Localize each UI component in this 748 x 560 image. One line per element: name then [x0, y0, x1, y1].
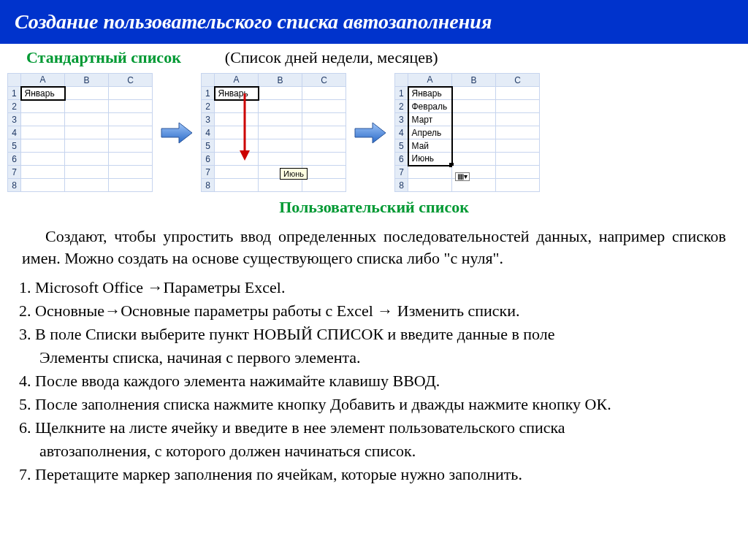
excel-grid-2: A B C 1Январь 2 3 4 5 6 7 8: [201, 73, 346, 192]
col-header: A: [215, 74, 259, 87]
row-header: 6: [395, 153, 408, 166]
row-header: 2: [395, 100, 408, 113]
step-3b: Элементы списка, начиная с первого элеме…: [18, 346, 726, 369]
standard-list-desc: (Список дней недели, месяцев): [225, 48, 438, 67]
excel-grid-1: A B C 1Январь 2 3 4 5 6 7 8: [7, 73, 153, 192]
slide-title: Создание пользовательского списка автоза…: [0, 0, 748, 44]
row-header: 3: [8, 113, 21, 126]
grids-illustration: A B C 1Январь 2 3 4 5 6 7 8 A B C 1Январ…: [0, 73, 748, 192]
col-header: A: [21, 74, 65, 87]
row-header: 5: [8, 139, 21, 153]
row-header: 7: [202, 166, 215, 179]
row-header: 5: [395, 139, 408, 153]
steps-list: 1. Microsoft Office →Параметры Excel. 2.…: [0, 273, 748, 491]
row-header: 7: [8, 166, 21, 179]
cell-A1: Январь: [21, 87, 65, 100]
autofill-tooltip: Июнь: [280, 168, 308, 180]
step-7: 7. Перетащите маркер заполнения по ячейк…: [18, 463, 726, 486]
row-header: 4: [202, 126, 215, 139]
step-4: 4. После ввода каждого элемента нажимайт…: [18, 369, 726, 393]
subtitle-row: Стандартный список (Список дней недели, …: [0, 44, 748, 73]
excel-grid-3: A B C 1Январь 2Февраль 3Март 4Апрель 5Ма…: [394, 73, 540, 192]
step-6a: 6. Щелкните на листе ячейку и введите в …: [18, 416, 726, 440]
cell-text: Июнь: [412, 153, 435, 164]
row-header: 6: [202, 153, 215, 166]
row-header: 8: [395, 179, 408, 192]
cell: Февраль: [408, 100, 452, 113]
col-header: B: [65, 74, 109, 87]
row-header: 3: [202, 113, 215, 126]
col-header: B: [452, 74, 496, 87]
arrow-right-icon: [160, 121, 194, 145]
autofill-options-icon: ▦▾: [455, 172, 470, 181]
row-header: 1: [8, 87, 21, 100]
col-header: B: [259, 74, 302, 87]
row-header: 4: [8, 126, 21, 139]
col-header: C: [496, 74, 540, 87]
row-header: 4: [395, 126, 408, 139]
standard-list-label: Стандартный список: [26, 48, 181, 67]
cell-A1: Январь: [215, 87, 259, 100]
row-header: 5: [202, 139, 215, 153]
step-1: 1. Microsoft Office →Параметры Excel.: [18, 276, 726, 299]
cell: Март: [408, 113, 452, 126]
col-header: C: [109, 74, 153, 87]
step-2: 2. Основные→Основные параметры работы с …: [18, 299, 726, 323]
svg-marker-0: [161, 123, 192, 143]
row-header: 2: [202, 100, 215, 113]
col-header: C: [302, 74, 346, 87]
row-header: 6: [8, 153, 21, 166]
cell: Июнь: [408, 153, 452, 166]
arrow-right-icon: [354, 121, 387, 145]
row-header: 7: [395, 166, 408, 179]
excel-grid-3-wrap: A B C 1Январь 2Февраль 3Март 4Апрель 5Ма…: [394, 73, 540, 192]
col-header: A: [408, 74, 452, 87]
row-header: 3: [395, 113, 408, 126]
step-3a: 3. В поле Списки выберите пункт НОВЫЙ СП…: [18, 323, 726, 346]
row-header: 1: [202, 87, 215, 100]
body-paragraph: Создают, чтобы упростить ввод определенн…: [0, 218, 748, 273]
row-header: 8: [202, 179, 215, 192]
cell: Апрель: [408, 126, 452, 139]
row-header: 1: [395, 87, 408, 100]
step-6b: автозаполнения, с которого должен начина…: [18, 440, 726, 463]
custom-list-heading: Пользовательский список: [0, 192, 748, 218]
row-header: 8: [8, 179, 21, 192]
cell: Январь: [408, 87, 452, 100]
row-header: 2: [8, 100, 21, 113]
step-5: 5. После заполнения списка нажмите кнопк…: [18, 393, 726, 416]
svg-marker-3: [355, 123, 386, 143]
excel-grid-2-wrap: A B C 1Январь 2 3 4 5 6 7 8 Июнь: [201, 73, 346, 192]
cell: Май: [408, 139, 452, 153]
